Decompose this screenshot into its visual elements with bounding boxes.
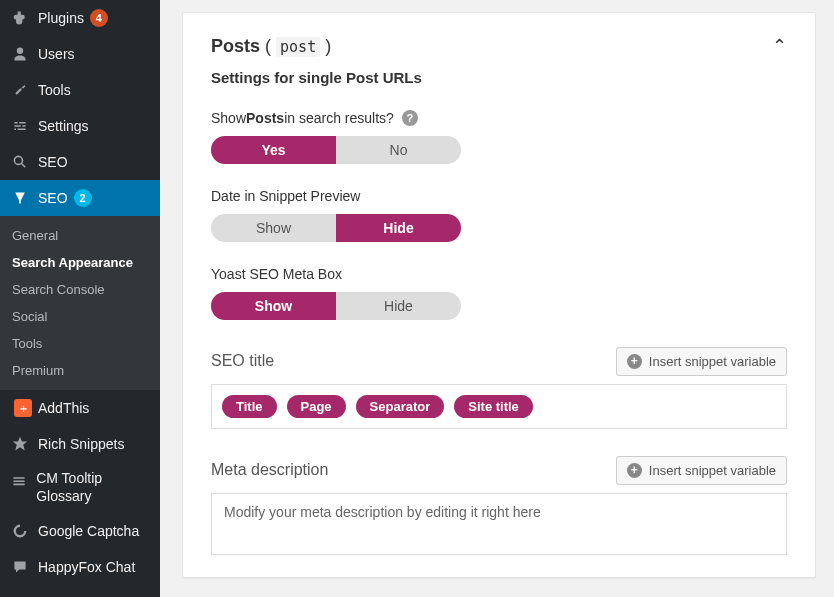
toggle-hide[interactable]: Hide (336, 292, 461, 320)
sidebar-item-cm-tooltip[interactable]: CM Tooltip Glossary (0, 462, 160, 513)
metabox-toggle: Show Hide (211, 292, 461, 320)
panel-header: Posts ( post ) ⌃ (211, 35, 787, 57)
search-icon (10, 152, 30, 172)
user-icon (10, 44, 30, 64)
panel-subtitle: Settings for single Post URLs (211, 69, 787, 86)
sidebar-item-addthis[interactable]: ＋ AddThis (0, 390, 160, 426)
sidebar-item-seo-top[interactable]: SEO (0, 144, 160, 180)
toggle-no[interactable]: No (336, 136, 461, 164)
admin-sidebar: Plugins 4 Users Tools Settings SEO SEO 2… (0, 0, 160, 597)
date-snippet-toggle: Show Hide (211, 214, 461, 242)
menu-label: Users (38, 46, 75, 62)
menu-label: Settings (38, 118, 89, 134)
menu-label: Tools (38, 82, 71, 98)
toggle-yes[interactable]: Yes (211, 136, 336, 164)
sliders-icon (10, 116, 30, 136)
menu-label: Rich Snippets (38, 436, 124, 452)
menu-label: Google Captcha (38, 523, 139, 539)
plus-icon: ＋ (10, 398, 30, 418)
sidebar-item-users[interactable]: Users (0, 36, 160, 72)
insert-snippet-meta-button[interactable]: + Insert snippet variable (616, 456, 787, 485)
menu-label: SEO (38, 154, 68, 170)
plus-circle-icon: + (627, 354, 642, 369)
snippet-var-separator[interactable]: Separator (356, 395, 445, 418)
submenu-search-appearance[interactable]: Search Appearance (0, 249, 160, 276)
recaptcha-icon (10, 521, 30, 541)
sidebar-item-rich-snippets[interactable]: Rich Snippets (0, 426, 160, 462)
toggle-hide[interactable]: Hide (336, 214, 461, 242)
snippet-var-title[interactable]: Title (222, 395, 277, 418)
toggle-show[interactable]: Show (211, 292, 336, 320)
menu-label: HappyFox Chat (38, 559, 135, 575)
snippet-var-page[interactable]: Page (287, 395, 346, 418)
sidebar-item-tools[interactable]: Tools (0, 72, 160, 108)
insert-snippet-title-button[interactable]: + Insert snippet variable (616, 347, 787, 376)
metabox-label: Yoast SEO Meta Box (211, 266, 787, 282)
plug-icon (10, 8, 30, 28)
show-in-results-toggle: Yes No (211, 136, 461, 164)
meta-description-label: Meta description (211, 461, 328, 479)
yoast-icon (10, 188, 30, 208)
star-icon (10, 434, 30, 454)
update-badge: 4 (90, 9, 108, 27)
submenu-general[interactable]: General (0, 222, 160, 249)
menu-label: Plugins (38, 10, 84, 26)
main-content: Posts ( post ) ⌃ Settings for single Pos… (160, 0, 834, 597)
sidebar-item-plugins[interactable]: Plugins 4 (0, 0, 160, 36)
meta-description-input[interactable]: Modify your meta description by editing … (211, 493, 787, 555)
posts-settings-panel: Posts ( post ) ⌃ Settings for single Pos… (182, 12, 816, 578)
wrench-icon (10, 80, 30, 100)
submenu-social[interactable]: Social (0, 303, 160, 330)
sidebar-item-yoast-seo[interactable]: SEO 2 (0, 180, 160, 216)
notice-badge: 2 (74, 189, 92, 207)
panel-title: Posts ( post ) (211, 36, 331, 57)
toggle-show[interactable]: Show (211, 214, 336, 242)
menu-label: CM Tooltip Glossary (36, 470, 150, 505)
sidebar-item-google-captcha[interactable]: Google Captcha (0, 513, 160, 549)
seo-title-input[interactable]: Title Page Separator Site title (211, 384, 787, 429)
plus-circle-icon: + (627, 463, 642, 478)
help-icon[interactable]: ? (402, 110, 418, 126)
menu-label: AddThis (38, 400, 89, 416)
seo-title-label: SEO title (211, 352, 274, 370)
submenu-premium[interactable]: Premium (0, 357, 160, 384)
post-type-code: post (276, 37, 320, 57)
show-in-results-label: Show Posts in search results? ? (211, 110, 787, 126)
sidebar-item-happyfox[interactable]: HappyFox Chat (0, 549, 160, 585)
date-snippet-label: Date in Snippet Preview (211, 188, 787, 204)
submenu-search-console[interactable]: Search Console (0, 276, 160, 303)
yoast-submenu: General Search Appearance Search Console… (0, 216, 160, 390)
submenu-tools[interactable]: Tools (0, 330, 160, 357)
chat-icon (10, 557, 30, 577)
sidebar-item-settings[interactable]: Settings (0, 108, 160, 144)
list-icon (10, 472, 28, 492)
menu-label: SEO (38, 190, 68, 206)
snippet-var-sitetitle[interactable]: Site title (454, 395, 533, 418)
collapse-toggle[interactable]: ⌃ (772, 35, 787, 57)
